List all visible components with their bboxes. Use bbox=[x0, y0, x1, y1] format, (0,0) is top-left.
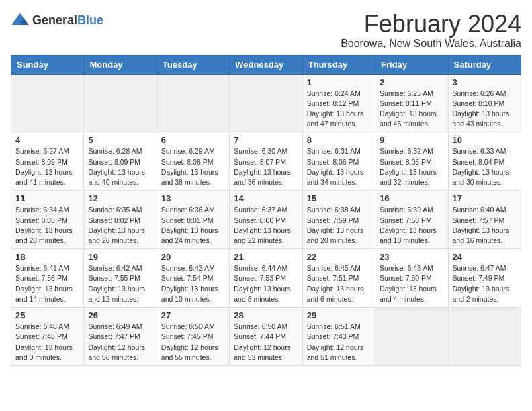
calendar-cell bbox=[448, 308, 521, 366]
calendar-cell: 17Sunrise: 6:40 AM Sunset: 7:57 PM Dayli… bbox=[448, 191, 521, 249]
calendar-header-friday: Friday bbox=[375, 55, 448, 74]
day-info: Sunrise: 6:26 AM Sunset: 8:10 PM Dayligh… bbox=[453, 89, 517, 130]
day-info: Sunrise: 6:39 AM Sunset: 7:58 PM Dayligh… bbox=[380, 205, 443, 246]
day-number: 29 bbox=[307, 310, 371, 320]
day-number: 7 bbox=[234, 135, 298, 145]
day-number: 27 bbox=[161, 310, 225, 320]
calendar-cell bbox=[84, 74, 157, 132]
calendar-cell: 18Sunrise: 6:41 AM Sunset: 7:56 PM Dayli… bbox=[11, 249, 84, 308]
day-number: 21 bbox=[234, 252, 298, 262]
calendar-cell: 8Sunrise: 6:31 AM Sunset: 8:06 PM Daylig… bbox=[302, 132, 375, 191]
day-number: 28 bbox=[234, 310, 298, 320]
day-info: Sunrise: 6:33 AM Sunset: 8:04 PM Dayligh… bbox=[453, 146, 517, 187]
day-info: Sunrise: 6:31 AM Sunset: 8:06 PM Dayligh… bbox=[307, 146, 371, 187]
calendar-cell: 6Sunrise: 6:29 AM Sunset: 8:08 PM Daylig… bbox=[157, 132, 229, 191]
day-number: 16 bbox=[380, 193, 443, 203]
calendar-cell bbox=[375, 308, 448, 366]
calendar-week-row: 18Sunrise: 6:41 AM Sunset: 7:56 PM Dayli… bbox=[11, 249, 521, 308]
day-info: Sunrise: 6:50 AM Sunset: 7:44 PM Dayligh… bbox=[234, 322, 298, 363]
day-number: 17 bbox=[453, 193, 517, 203]
calendar-cell: 29Sunrise: 6:51 AM Sunset: 7:43 PM Dayli… bbox=[302, 308, 375, 366]
calendar-header-saturday: Saturday bbox=[448, 55, 521, 74]
day-number: 3 bbox=[453, 77, 517, 87]
day-number: 8 bbox=[307, 135, 371, 145]
day-number: 15 bbox=[307, 193, 371, 203]
day-info: Sunrise: 6:34 AM Sunset: 8:03 PM Dayligh… bbox=[15, 205, 79, 246]
day-number: 23 bbox=[380, 252, 443, 262]
calendar-cell: 9Sunrise: 6:32 AM Sunset: 8:05 PM Daylig… bbox=[375, 132, 448, 191]
day-info: Sunrise: 6:29 AM Sunset: 8:08 PM Dayligh… bbox=[161, 146, 225, 187]
calendar-cell: 14Sunrise: 6:37 AM Sunset: 8:00 PM Dayli… bbox=[230, 191, 302, 249]
day-info: Sunrise: 6:44 AM Sunset: 7:53 PM Dayligh… bbox=[234, 263, 298, 304]
calendar-table: SundayMondayTuesdayWednesdayThursdayFrid… bbox=[11, 55, 521, 366]
calendar-cell: 7Sunrise: 6:30 AM Sunset: 8:07 PM Daylig… bbox=[230, 132, 302, 191]
calendar-header-sunday: Sunday bbox=[11, 55, 84, 74]
day-info: Sunrise: 6:46 AM Sunset: 7:50 PM Dayligh… bbox=[380, 263, 443, 304]
day-number: 9 bbox=[380, 135, 443, 145]
day-info: Sunrise: 6:32 AM Sunset: 8:05 PM Dayligh… bbox=[380, 146, 443, 187]
day-info: Sunrise: 6:36 AM Sunset: 8:01 PM Dayligh… bbox=[161, 205, 225, 246]
day-number: 10 bbox=[453, 135, 517, 145]
day-info: Sunrise: 6:25 AM Sunset: 8:11 PM Dayligh… bbox=[380, 89, 443, 130]
calendar-week-row: 11Sunrise: 6:34 AM Sunset: 8:03 PM Dayli… bbox=[11, 191, 521, 249]
day-number: 25 bbox=[15, 310, 79, 320]
calendar-header-row: SundayMondayTuesdayWednesdayThursdayFrid… bbox=[11, 55, 521, 74]
calendar-cell: 26Sunrise: 6:49 AM Sunset: 7:47 PM Dayli… bbox=[84, 308, 157, 366]
calendar-cell: 13Sunrise: 6:36 AM Sunset: 8:01 PM Dayli… bbox=[157, 191, 229, 249]
day-number: 14 bbox=[234, 193, 298, 203]
day-number: 6 bbox=[161, 135, 225, 145]
calendar-cell bbox=[230, 74, 302, 132]
day-info: Sunrise: 6:48 AM Sunset: 7:48 PM Dayligh… bbox=[15, 322, 79, 363]
calendar-cell: 15Sunrise: 6:38 AM Sunset: 7:59 PM Dayli… bbox=[302, 191, 375, 249]
calendar-cell: 4Sunrise: 6:27 AM Sunset: 8:09 PM Daylig… bbox=[11, 132, 84, 191]
calendar-cell: 12Sunrise: 6:35 AM Sunset: 8:02 PM Dayli… bbox=[84, 191, 157, 249]
day-number: 26 bbox=[88, 310, 152, 320]
day-number: 13 bbox=[161, 193, 225, 203]
title-area: February 2024 Boorowa, New South Wales, … bbox=[341, 11, 521, 50]
calendar-cell: 23Sunrise: 6:46 AM Sunset: 7:50 PM Dayli… bbox=[375, 249, 448, 308]
day-info: Sunrise: 6:51 AM Sunset: 7:43 PM Dayligh… bbox=[307, 322, 371, 363]
day-info: Sunrise: 6:35 AM Sunset: 8:02 PM Dayligh… bbox=[88, 205, 152, 246]
day-info: Sunrise: 6:45 AM Sunset: 7:51 PM Dayligh… bbox=[307, 263, 371, 304]
calendar-header-wednesday: Wednesday bbox=[230, 55, 302, 74]
day-info: Sunrise: 6:27 AM Sunset: 8:09 PM Dayligh… bbox=[15, 146, 79, 187]
calendar-cell: 19Sunrise: 6:42 AM Sunset: 7:55 PM Dayli… bbox=[84, 249, 157, 308]
calendar-cell: 20Sunrise: 6:43 AM Sunset: 7:54 PM Dayli… bbox=[157, 249, 229, 308]
day-info: Sunrise: 6:37 AM Sunset: 8:00 PM Dayligh… bbox=[234, 205, 298, 246]
day-info: Sunrise: 6:50 AM Sunset: 7:45 PM Dayligh… bbox=[161, 322, 225, 363]
day-number: 1 bbox=[307, 77, 371, 87]
day-number: 2 bbox=[380, 77, 443, 87]
logo-icon bbox=[11, 11, 30, 30]
calendar-header-monday: Monday bbox=[84, 55, 157, 74]
calendar-cell: 1Sunrise: 6:24 AM Sunset: 8:12 PM Daylig… bbox=[302, 74, 375, 132]
day-number: 20 bbox=[161, 252, 225, 262]
calendar-cell: 3Sunrise: 6:26 AM Sunset: 8:10 PM Daylig… bbox=[448, 74, 521, 132]
page-title: February 2024 bbox=[341, 11, 521, 38]
calendar-week-row: 4Sunrise: 6:27 AM Sunset: 8:09 PM Daylig… bbox=[11, 132, 521, 191]
logo-text-general: General bbox=[32, 13, 77, 27]
page-subtitle: Boorowa, New South Wales, Australia bbox=[341, 38, 521, 50]
calendar-cell bbox=[157, 74, 229, 132]
calendar-cell: 16Sunrise: 6:39 AM Sunset: 7:58 PM Dayli… bbox=[375, 191, 448, 249]
calendar-cell: 2Sunrise: 6:25 AM Sunset: 8:11 PM Daylig… bbox=[375, 74, 448, 132]
day-info: Sunrise: 6:30 AM Sunset: 8:07 PM Dayligh… bbox=[234, 146, 298, 187]
calendar-cell: 25Sunrise: 6:48 AM Sunset: 7:48 PM Dayli… bbox=[11, 308, 84, 366]
day-info: Sunrise: 6:47 AM Sunset: 7:49 PM Dayligh… bbox=[453, 263, 517, 304]
day-number: 11 bbox=[15, 193, 79, 203]
day-info: Sunrise: 6:49 AM Sunset: 7:47 PM Dayligh… bbox=[88, 322, 152, 363]
day-info: Sunrise: 6:41 AM Sunset: 7:56 PM Dayligh… bbox=[15, 263, 79, 304]
calendar-cell: 28Sunrise: 6:50 AM Sunset: 7:44 PM Dayli… bbox=[230, 308, 302, 366]
calendar-cell: 22Sunrise: 6:45 AM Sunset: 7:51 PM Dayli… bbox=[302, 249, 375, 308]
calendar-cell: 5Sunrise: 6:28 AM Sunset: 8:09 PM Daylig… bbox=[84, 132, 157, 191]
day-number: 19 bbox=[88, 252, 152, 262]
calendar-header-thursday: Thursday bbox=[302, 55, 375, 74]
day-info: Sunrise: 6:38 AM Sunset: 7:59 PM Dayligh… bbox=[307, 205, 371, 246]
day-info: Sunrise: 6:40 AM Sunset: 7:57 PM Dayligh… bbox=[453, 205, 517, 246]
day-number: 5 bbox=[88, 135, 152, 145]
day-number: 12 bbox=[88, 193, 152, 203]
day-info: Sunrise: 6:42 AM Sunset: 7:55 PM Dayligh… bbox=[88, 263, 152, 304]
day-number: 24 bbox=[453, 252, 517, 262]
calendar-week-row: 1Sunrise: 6:24 AM Sunset: 8:12 PM Daylig… bbox=[11, 74, 521, 132]
calendar-header-tuesday: Tuesday bbox=[157, 55, 229, 74]
calendar-cell bbox=[11, 74, 84, 132]
